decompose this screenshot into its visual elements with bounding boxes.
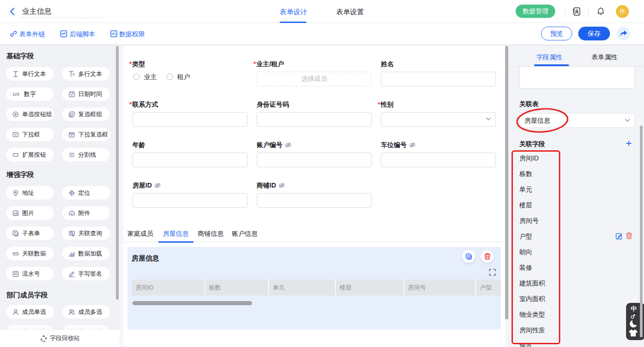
svg-text:123: 123: [12, 92, 19, 97]
